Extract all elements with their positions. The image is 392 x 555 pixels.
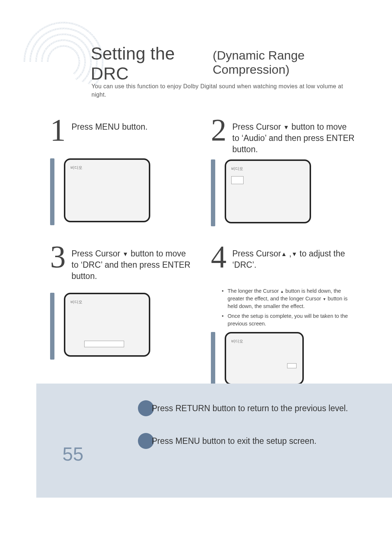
steps-row-2: 3 Press Cursor button to move to ‘DRC’ a… [50, 243, 356, 386]
tv-label: 비디오 [231, 339, 243, 344]
tv-frame-icon: 비디오 [64, 158, 150, 222]
cursor-up-icon [281, 249, 287, 258]
tv-highlight-icon [231, 176, 244, 184]
step-2-text: Press Cursor button to move to ‘Audio’ a… [232, 116, 356, 155]
step-1-number: 1 [50, 116, 66, 144]
cursor-down-icon [291, 249, 297, 258]
tv-frame-icon: 비디오 [225, 332, 304, 385]
tv-highlight-icon [84, 341, 124, 347]
page-title-wrap: Setting the DRC (Dynamic Range Compressi… [91, 44, 370, 84]
step-1-text: Press MENU button. [72, 116, 148, 133]
note-1: The longer the Cursor button is held dow… [222, 287, 356, 310]
step-4: 4 Press Cursor , to adjust the ‘DRC’. Th… [211, 243, 356, 386]
steps-container: 1 Press MENU button. 비디오 2 Press Cursor … [50, 116, 356, 386]
step-3-text: Press Cursor button to move to ‘DRC’ and… [72, 243, 195, 282]
accent-bar-icon [211, 159, 215, 226]
manual-page: 0101010101010101010101010101010101010101… [0, 0, 392, 555]
step-3-number: 3 [50, 243, 66, 271]
page-number: 55 [62, 443, 83, 465]
step-2: 2 Press Cursor button to move to ‘Audio’… [211, 116, 356, 226]
steps-row-1: 1 Press MENU button. 비디오 2 Press Cursor … [50, 116, 356, 226]
tv-frame-icon: 비디오 [225, 159, 311, 223]
tv-label: 비디오 [231, 166, 243, 171]
note-1-pre: The longer the Cursor [228, 288, 280, 294]
tv-highlight-icon [287, 363, 297, 368]
cursor-up-icon [280, 288, 284, 294]
svg-text:010101010101010101010101010101: 0101010101010101010101010101010101010101… [47, 45, 81, 75]
intro-text: You can use this function to enjoy Dolby… [91, 82, 359, 99]
tip-menu-text: Press MENU button to exit the setup scre… [152, 436, 317, 446]
step-2-number: 2 [211, 116, 226, 144]
step-4-text-mid: , [287, 249, 291, 258]
footer-panel: Press RETURN button to return to the pre… [36, 384, 392, 498]
step-2-screenshot: 비디오 [211, 159, 356, 226]
accent-bar-icon [50, 293, 54, 360]
cursor-down-icon [323, 296, 326, 301]
step-4-screenshot: 비디오 [211, 332, 356, 386]
step-4-number: 4 [211, 243, 226, 271]
accent-bar-icon [50, 158, 54, 225]
step-4-notes: The longer the Cursor button is held dow… [222, 287, 356, 328]
tv-frame-icon: 비디오 [64, 293, 150, 357]
cursor-down-icon [123, 249, 128, 258]
accent-bar-icon [211, 332, 215, 386]
tip-menu: Press MENU button to exit the setup scre… [138, 433, 317, 449]
tip-return: Press RETURN button to return to the pre… [138, 400, 348, 416]
step-3-screenshot: 비디오 [50, 293, 195, 360]
tip-return-text: Press RETURN button to return to the pre… [152, 404, 348, 413]
svg-text:010101010101010101010101010101: 0101010101010101010101010101010101010101… [29, 27, 98, 85]
step-4-text: Press Cursor , to adjust the ‘DRC’. [232, 243, 356, 271]
page-title: Setting the DRC [91, 44, 207, 84]
step-4-text-pre: Press Cursor [232, 249, 281, 258]
step-2-text-pre: Press Cursor [232, 122, 283, 131]
step-1: 1 Press MENU button. 비디오 [50, 116, 195, 226]
note-2: Once the setup is complete, you will be … [222, 312, 356, 328]
tv-label: 비디오 [70, 299, 82, 305]
tv-label: 비디오 [70, 165, 82, 170]
page-subtitle: (Dynamic Range Compression) [213, 48, 370, 77]
cursor-down-icon [283, 122, 289, 131]
step-1-screenshot: 비디오 [50, 158, 195, 225]
step-3: 3 Press Cursor button to move to ‘DRC’ a… [50, 243, 195, 386]
step-3-text-pre: Press Cursor [72, 249, 123, 258]
